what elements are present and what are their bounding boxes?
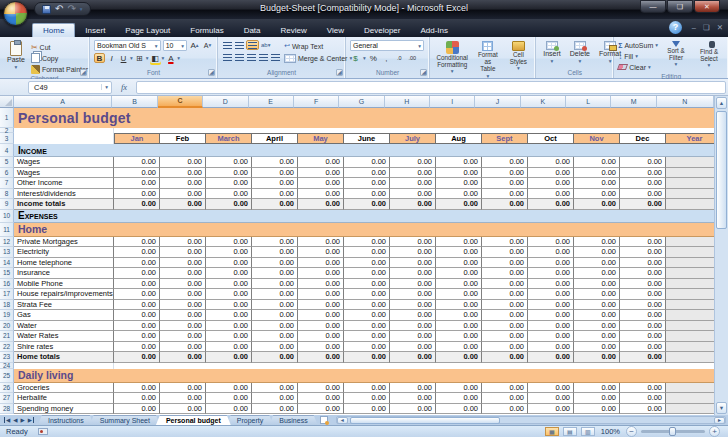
cell-C15[interactable]: 0.00 bbox=[160, 268, 206, 279]
cell-F19[interactable]: 0.00 bbox=[298, 310, 344, 321]
cell-G18[interactable]: 0.00 bbox=[344, 300, 390, 311]
cell-J5[interactable]: 0.00 bbox=[482, 157, 528, 168]
cell-I20[interactable]: 0.00 bbox=[436, 321, 482, 332]
cell-B16[interactable]: 0.00 bbox=[114, 279, 160, 290]
cell-D18[interactable]: 0.00 bbox=[206, 300, 252, 311]
copy-button[interactable]: Copy bbox=[31, 53, 88, 63]
cell-C16[interactable]: 0.00 bbox=[160, 279, 206, 290]
autosum-button[interactable]: Σ AutoSum▾ bbox=[618, 40, 658, 50]
cell-D15[interactable]: 0.00 bbox=[206, 268, 252, 279]
cell-K26[interactable]: 0.00 bbox=[528, 383, 574, 394]
row-header-12[interactable]: 12 bbox=[0, 237, 14, 248]
section-header-daily-living[interactable]: Daily living bbox=[14, 369, 714, 383]
cell-D27[interactable]: 0.00 bbox=[206, 393, 252, 404]
column-header-E[interactable]: E bbox=[249, 96, 294, 108]
cell-M9[interactable]: 0.00 bbox=[620, 199, 666, 210]
cell-K28[interactable]: 0.00 bbox=[528, 404, 574, 415]
cell-K15[interactable]: 0.00 bbox=[528, 268, 574, 279]
scroll-right-icon[interactable]: ► bbox=[714, 417, 725, 424]
cell-F22[interactable]: 0.00 bbox=[298, 342, 344, 353]
row-header-17[interactable]: 17 bbox=[0, 289, 14, 300]
cell-N28[interactable] bbox=[666, 404, 714, 415]
cell-N7[interactable] bbox=[666, 178, 714, 189]
align-left-button[interactable] bbox=[222, 52, 233, 62]
cell-L28[interactable]: 0.00 bbox=[574, 404, 620, 415]
cell-N22[interactable] bbox=[666, 342, 714, 353]
scroll-left-icon[interactable]: ◄ bbox=[337, 417, 348, 424]
row-header-3[interactable]: 3 bbox=[0, 133, 14, 144]
row-header-11[interactable]: 11 bbox=[0, 223, 14, 237]
cell-E9[interactable]: 0.00 bbox=[252, 199, 298, 210]
cell-L5[interactable]: 0.00 bbox=[574, 157, 620, 168]
cell-K17[interactable]: 0.00 bbox=[528, 289, 574, 300]
cell-J26[interactable]: 0.00 bbox=[482, 383, 528, 394]
grow-font-button[interactable]: A▴ bbox=[189, 40, 200, 50]
cell-I21[interactable]: 0.00 bbox=[436, 331, 482, 342]
qat-customize-icon[interactable]: ▾ bbox=[80, 6, 83, 12]
cell-J19[interactable]: 0.00 bbox=[482, 310, 528, 321]
cell-C20[interactable]: 0.00 bbox=[160, 321, 206, 332]
cell-B5[interactable]: 0.00 bbox=[114, 157, 160, 168]
cell-H22[interactable]: 0.00 bbox=[390, 342, 436, 353]
cell-M22[interactable]: 0.00 bbox=[620, 342, 666, 353]
find-select-button[interactable]: Find & Select▾ bbox=[694, 40, 724, 72]
cell-E18[interactable]: 0.00 bbox=[252, 300, 298, 311]
cell-N21[interactable] bbox=[666, 331, 714, 342]
number-dialog-launcher[interactable]: ◢ bbox=[420, 69, 427, 76]
cell-H26[interactable]: 0.00 bbox=[390, 383, 436, 394]
zoom-out-button[interactable]: − bbox=[626, 426, 637, 437]
scroll-down-icon[interactable]: ▼ bbox=[716, 402, 727, 414]
cell-M7[interactable]: 0.00 bbox=[620, 178, 666, 189]
macro-record-icon[interactable] bbox=[38, 428, 48, 435]
cell-I14[interactable]: 0.00 bbox=[436, 258, 482, 269]
cell-I26[interactable]: 0.00 bbox=[436, 383, 482, 394]
cell-B18[interactable]: 0.00 bbox=[114, 300, 160, 311]
cell-A23[interactable]: Home totals bbox=[14, 352, 114, 363]
merge-center-button[interactable]: Merge & Center▾ bbox=[284, 53, 352, 63]
bold-button[interactable]: B bbox=[94, 53, 105, 63]
cell-G7[interactable]: 0.00 bbox=[344, 178, 390, 189]
row-header-22[interactable]: 22 bbox=[0, 342, 14, 353]
cell-C6[interactable]: 0.00 bbox=[160, 168, 206, 179]
ribbon-tab-formulas[interactable]: Formulas bbox=[180, 24, 233, 37]
cell-F17[interactable]: 0.00 bbox=[298, 289, 344, 300]
cell-E8[interactable]: 0.00 bbox=[252, 189, 298, 200]
cell-D14[interactable]: 0.00 bbox=[206, 258, 252, 269]
cell-J18[interactable]: 0.00 bbox=[482, 300, 528, 311]
section-header-income[interactable]: Income bbox=[14, 144, 714, 157]
clipboard-dialog-launcher[interactable]: ◢ bbox=[80, 69, 87, 76]
name-box[interactable]: C49▾ bbox=[28, 81, 112, 94]
cell-H20[interactable]: 0.00 bbox=[390, 321, 436, 332]
cell-G16[interactable]: 0.00 bbox=[344, 279, 390, 290]
row-header-25[interactable]: 25 bbox=[0, 369, 14, 383]
font-size-combo[interactable]: 10▾ bbox=[163, 40, 187, 51]
cell-E17[interactable]: 0.00 bbox=[252, 289, 298, 300]
last-sheet-icon[interactable]: ▶ bbox=[28, 417, 34, 423]
align-right-button[interactable] bbox=[246, 52, 257, 62]
cell-F12[interactable]: 0.00 bbox=[298, 237, 344, 248]
column-header-J[interactable]: J bbox=[475, 96, 520, 108]
cell-J28[interactable]: 0.00 bbox=[482, 404, 528, 415]
cell-N17[interactable] bbox=[666, 289, 714, 300]
cell-N9[interactable] bbox=[666, 199, 714, 210]
cell-F9[interactable]: 0.00 bbox=[298, 199, 344, 210]
cell-E12[interactable]: 0.00 bbox=[252, 237, 298, 248]
cell-B14[interactable]: 0.00 bbox=[114, 258, 160, 269]
month-header-nov[interactable]: Nov bbox=[574, 133, 620, 144]
cell-N15[interactable] bbox=[666, 268, 714, 279]
cell-J17[interactable]: 0.00 bbox=[482, 289, 528, 300]
month-header-year[interactable]: Year bbox=[666, 133, 714, 144]
cell-N8[interactable] bbox=[666, 189, 714, 200]
zoom-slider[interactable] bbox=[641, 430, 705, 433]
cell-E19[interactable]: 0.00 bbox=[252, 310, 298, 321]
shrink-font-button[interactable]: A▾ bbox=[202, 40, 213, 50]
section-header-expenses[interactable]: Expenses bbox=[14, 210, 714, 223]
cell-B8[interactable]: 0.00 bbox=[114, 189, 160, 200]
cell-M28[interactable]: 0.00 bbox=[620, 404, 666, 415]
cell-K9[interactable]: 0.00 bbox=[528, 199, 574, 210]
cell-G27[interactable]: 0.00 bbox=[344, 393, 390, 404]
row-header-7[interactable]: 7 bbox=[0, 178, 14, 189]
horizontal-scrollbar[interactable]: ◄ ► bbox=[336, 416, 726, 424]
row-header-15[interactable]: 15 bbox=[0, 268, 14, 279]
row-header-1[interactable]: 1 bbox=[0, 108, 14, 128]
